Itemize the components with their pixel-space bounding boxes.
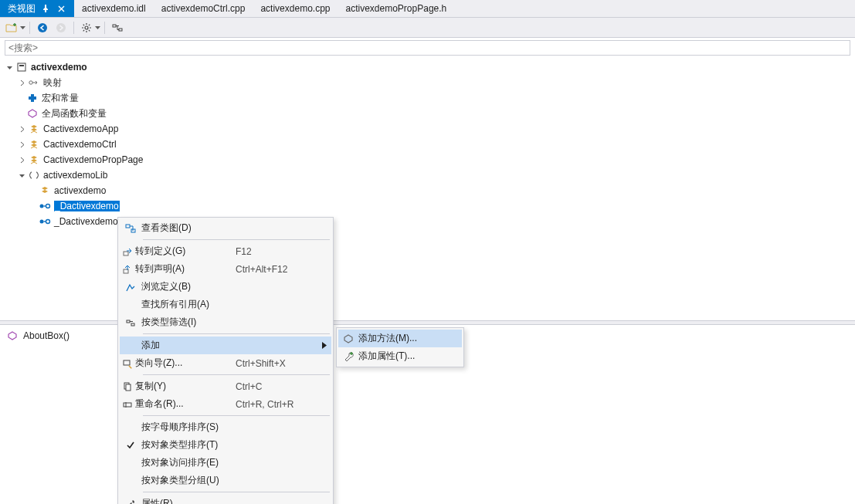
expand-icon[interactable] xyxy=(17,155,26,164)
tree-node-lib[interactable]: activexdemoLib xyxy=(0,167,855,183)
ctx-label: 添加 xyxy=(141,339,242,352)
project-icon xyxy=(15,61,28,73)
menu-separator xyxy=(143,415,330,416)
tab-label: activexdemo.cpp xyxy=(260,3,330,14)
tree-node-dactivexdemo[interactable]: _Dactivexdemo xyxy=(0,198,855,214)
toolbar-separator xyxy=(104,22,105,34)
ctx-label: 转到声明(A) xyxy=(135,262,236,276)
back-button[interactable] xyxy=(34,19,51,36)
tab-ctrl-cpp[interactable]: activexdemoCtrl.cpp xyxy=(154,0,253,17)
menu-separator xyxy=(143,374,330,375)
submenu-add-method[interactable]: 添加方法(M)... xyxy=(338,330,462,347)
expand-icon[interactable] xyxy=(17,140,26,149)
expand-icon[interactable] xyxy=(17,78,26,87)
method-add-icon xyxy=(338,330,358,347)
settings-button[interactable] xyxy=(78,19,95,36)
method-icon xyxy=(6,330,19,342)
ctx-view-class-diagram[interactable]: 查看类图(D) xyxy=(120,219,331,237)
search-bar xyxy=(0,38,855,58)
ctx-label: 属性(R) xyxy=(141,497,242,504)
ctx-browse-definition[interactable]: 浏览定义(B) xyxy=(120,278,331,296)
tab-demo-cpp[interactable]: activexdemo.cpp xyxy=(253,0,338,17)
blank-icon xyxy=(120,454,141,472)
ctx-shortcut: F12 xyxy=(236,246,313,257)
tree-label: activexdemoLib xyxy=(43,170,107,181)
search-input[interactable] xyxy=(5,40,850,56)
copy-icon xyxy=(120,377,135,395)
forward-button xyxy=(53,19,70,36)
tree-label-selected: _Dactivexdemo xyxy=(54,201,120,211)
tree-label: 映射 xyxy=(43,76,62,90)
tree-node-macros[interactable]: 宏和常量 xyxy=(0,90,855,106)
ctx-copy[interactable]: 复制(Y) Ctrl+C xyxy=(120,377,331,395)
view-button[interactable] xyxy=(109,19,126,36)
tree-node-globals[interactable]: 全局函数和变量 xyxy=(0,106,855,121)
ctx-add-submenu[interactable]: 添加 xyxy=(120,337,331,354)
tab-class-view[interactable]: 类视图 xyxy=(0,0,74,17)
tree-node-class-ctrl[interactable]: CactivexdemoCtrl xyxy=(0,137,855,152)
tab-proppage-h[interactable]: activexdemoPropPage.h xyxy=(338,0,454,17)
expand-icon[interactable] xyxy=(17,124,26,134)
class-icon xyxy=(28,138,40,151)
svg-point-11 xyxy=(46,205,50,208)
check-icon xyxy=(120,441,141,450)
collapse-icon[interactable] xyxy=(5,63,14,72)
ctx-rename[interactable]: 重命名(R)... Ctrl+R, Ctrl+R xyxy=(120,395,331,413)
ctx-label: 按字母顺序排序(S) xyxy=(141,421,242,434)
svg-rect-19 xyxy=(131,323,134,326)
ctx-sort-obj-access[interactable]: 按对象访问排序(E) xyxy=(120,454,331,472)
globals-icon xyxy=(26,107,39,120)
ctx-properties[interactable]: 属性(R) xyxy=(120,495,331,504)
svg-rect-18 xyxy=(127,320,130,323)
close-icon[interactable] xyxy=(56,3,66,14)
ctx-sort-obj-type[interactable]: 按对象类型排序(T) xyxy=(120,436,331,454)
tree-label: CactivexdemoApp xyxy=(43,123,118,134)
svg-rect-24 xyxy=(124,403,131,407)
macro-icon xyxy=(26,92,39,104)
class-view-toolbar xyxy=(0,18,855,38)
tab-label: activexdemoPropPage.h xyxy=(345,3,446,14)
tree-node-project[interactable]: activexdemo xyxy=(0,59,855,75)
svg-rect-16 xyxy=(124,252,128,255)
ctx-label: 浏览定义(B) xyxy=(141,280,242,293)
svg-point-13 xyxy=(46,220,50,224)
pin-icon[interactable] xyxy=(40,3,51,14)
ctx-sort-alpha[interactable]: 按字母顺序排序(S) xyxy=(120,418,331,436)
tree-label: CactivexdemoPropPage xyxy=(43,154,143,165)
toolbar-separator xyxy=(73,22,74,34)
submenu-add-property[interactable]: 添加属性(T)... xyxy=(338,347,462,365)
new-folder-button[interactable] xyxy=(3,19,20,36)
class-icon xyxy=(39,184,51,197)
ctx-find-references[interactable]: 查找所有引用(A) xyxy=(120,296,331,313)
ctx-goto-definition[interactable]: 转到定义(G) F12 xyxy=(120,242,331,260)
tab-label: activexdemoCtrl.cpp xyxy=(161,3,246,14)
ctx-group-obj-type[interactable]: 按对象类型分组(U) xyxy=(120,472,331,489)
wrench-icon xyxy=(120,495,141,504)
dropdown-arrow-icon[interactable] xyxy=(20,26,25,29)
ctx-label: 转到定义(G) xyxy=(135,245,236,258)
tree-node-map[interactable]: 映射 xyxy=(0,75,855,90)
svg-point-0 xyxy=(38,23,47,32)
ctx-shortcut: Ctrl+Alt+F12 xyxy=(236,264,313,275)
tree-node-class-app[interactable]: CactivexdemoApp xyxy=(0,121,855,137)
collapse-icon[interactable] xyxy=(17,171,26,180)
ctx-shortcut: Ctrl+Shift+X xyxy=(236,358,313,369)
ctx-goto-declaration[interactable]: 转到声明(A) Ctrl+Alt+F12 xyxy=(120,260,331,278)
map-icon xyxy=(28,76,40,89)
svg-point-10 xyxy=(40,205,44,208)
property-add-icon xyxy=(338,347,358,365)
ctx-label: 按对象访问排序(E) xyxy=(141,456,242,469)
tree-label: activexdemo xyxy=(54,185,106,196)
rename-icon xyxy=(120,395,135,413)
ctx-class-wizard[interactable]: 类向导(Z)... Ctrl+Shift+X xyxy=(120,354,331,372)
dropdown-arrow-icon[interactable] xyxy=(95,26,100,29)
tree-label: CactivexdemoCtrl xyxy=(43,139,117,150)
svg-rect-23 xyxy=(126,384,131,391)
interface-icon xyxy=(39,215,51,228)
svg-point-1 xyxy=(56,23,66,32)
tree-node-lib-ns[interactable]: activexdemo xyxy=(0,183,855,198)
svg-point-7 xyxy=(29,81,32,84)
tree-node-class-prop[interactable]: CactivexdemoPropPage xyxy=(0,152,855,167)
ctx-filter-by-type[interactable]: 按类型筛选(I) xyxy=(120,313,331,331)
tab-idl[interactable]: activexdemo.idl xyxy=(74,0,154,17)
